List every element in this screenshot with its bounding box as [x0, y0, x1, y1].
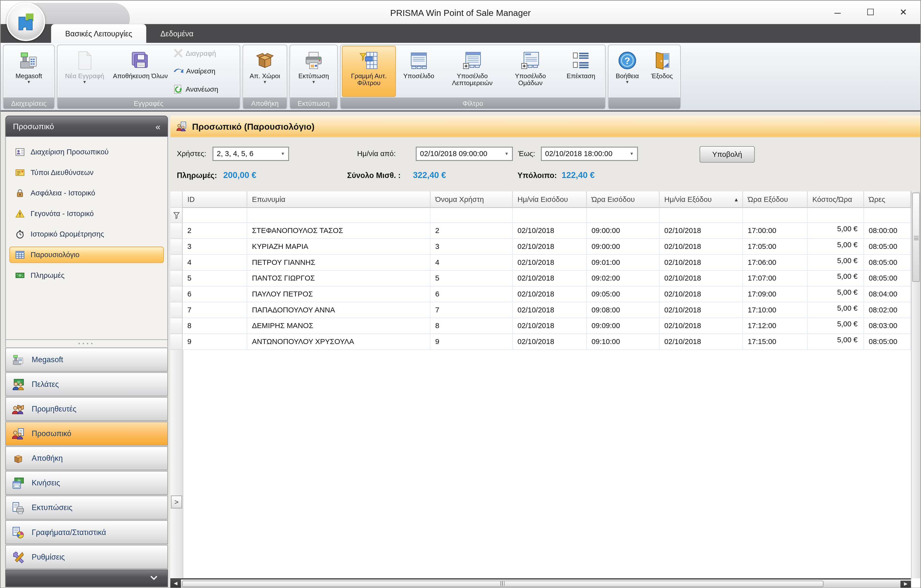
cell-name[interactable]: ΠΑΝΤΟΣ ΓΙΩΡΓΟΣ [247, 271, 431, 286]
filter-cell[interactable] [247, 208, 431, 223]
cell-name[interactable]: ΔΕΜΙΡΗΣ ΜΑΝΟΣ [247, 318, 431, 334]
save-all-button[interactable]: Αποθήκευση Όλων [110, 46, 170, 97]
footer-button[interactable]: Υποσέλιδο [396, 46, 442, 97]
cell-id[interactable]: 2 [182, 223, 247, 239]
delete-button[interactable]: Διαγραφή [174, 49, 235, 57]
row-selector-cell[interactable] [170, 223, 183, 239]
refresh-button[interactable]: Ανανέωση [174, 84, 235, 94]
cell-cost-per-hour[interactable]: 5,00 € [808, 302, 864, 318]
sidebar-button-suppliers[interactable]: Προμηθευτές [5, 397, 168, 421]
cell-exit-date[interactable]: 02/10/2018 [659, 286, 743, 302]
cell-entry-date[interactable]: 02/10/2018 [513, 286, 587, 302]
table-row[interactable]: 9 ΑΝΤΩΝΟΠΟΥΛΟΥ ΧΡΥΣΟΥΛΑ 9 02/10/2018 09:… [170, 334, 911, 350]
vertical-scrollbar[interactable] [911, 192, 921, 578]
column-header-cost-per-hour[interactable]: Κόστος/Ώρα [808, 192, 864, 208]
table-row[interactable]: 3 ΚΥΡΙΑΖΗ ΜΑΡΙΑ 3 02/10/2018 09:00:00 02… [170, 239, 911, 255]
cell-exit-time[interactable]: 17:10:00 [743, 302, 807, 318]
expand-button[interactable]: Επέκταση [558, 46, 604, 97]
cell-entry-date[interactable]: 02/10/2018 [513, 318, 587, 334]
cell-cost-per-hour[interactable]: 5,00 € [808, 271, 864, 286]
cell-entry-date[interactable]: 02/10/2018 [513, 302, 587, 318]
column-header-exit-time[interactable]: Ώρα Εξόδου [743, 192, 807, 208]
date-to-select[interactable]: 02/10/2018 18:00:00▼ [541, 147, 638, 161]
cell-name[interactable]: ΣΤΕΦΑΝΟΠΟΥΛΟΣ ΤΑΣΟΣ [247, 223, 431, 239]
filter-cell[interactable] [808, 208, 864, 223]
submit-button[interactable]: Υποβολή [700, 146, 755, 162]
cell-exit-date[interactable]: 02/10/2018 [659, 271, 743, 286]
column-header-exit-date[interactable]: Ημ/νία Εξόδου ▲ [659, 192, 743, 208]
sidebar-item-payments[interactable]: Πληρωμές [10, 267, 164, 284]
cell-entry-time[interactable]: 09:01:00 [587, 255, 659, 271]
filter-cell[interactable] [431, 208, 513, 223]
cell-exit-time[interactable]: 17:05:00 [743, 239, 807, 255]
cell-hours[interactable]: 08:05:00 [864, 239, 911, 255]
auto-filter-row-button[interactable]: Γραμμή Αυτ. Φίλτρου [342, 46, 396, 97]
row-selector-cell[interactable] [170, 302, 183, 318]
cell-entry-date[interactable]: 02/10/2018 [513, 271, 587, 286]
cell-entry-date[interactable]: 02/10/2018 [513, 223, 587, 239]
cell-username[interactable]: 2 [431, 223, 513, 239]
cell-cost-per-hour[interactable]: 5,00 € [808, 239, 864, 255]
table-row[interactable]: 7 ΠΑΠΑΔΟΠΟΥΛΟΥ ΑΝΝΑ 7 02/10/2018 09:08:0… [170, 302, 911, 318]
filter-cell[interactable] [587, 208, 659, 223]
expand-panel-button[interactable]: > [171, 495, 182, 508]
cell-exit-date[interactable]: 02/10/2018 [659, 302, 743, 318]
cell-entry-time[interactable]: 09:10:00 [587, 334, 659, 350]
scroll-left-icon[interactable]: ◀ [170, 579, 181, 588]
cell-id[interactable]: 7 [182, 302, 247, 318]
cell-exit-date[interactable]: 02/10/2018 [659, 255, 743, 271]
filter-cell[interactable] [182, 208, 247, 223]
minimize-button[interactable]: ─ [829, 4, 846, 21]
detail-footer-button[interactable]: Υποσέλιδο Λεπτομερειών [442, 46, 503, 97]
cell-id[interactable]: 5 [182, 271, 247, 286]
cell-exit-time[interactable]: 17:12:00 [743, 318, 807, 334]
cell-name[interactable]: ΠΕΤΡΟΥ ΓΙΑΝΝΗΣ [247, 255, 431, 271]
cell-hours[interactable]: 08:04:00 [864, 286, 911, 302]
column-header-id[interactable]: ID [182, 192, 247, 208]
cell-id[interactable]: 6 [182, 286, 247, 302]
cell-id[interactable]: 3 [182, 239, 247, 255]
cell-exit-time[interactable]: 17:07:00 [743, 271, 807, 286]
sidebar-item-staff-management[interactable]: Διαχείριση Προσωπικού [10, 144, 164, 160]
cell-entry-date[interactable]: 02/10/2018 [513, 334, 587, 350]
table-row[interactable]: 4 ΠΕΤΡΟΥ ΓΙΑΝΝΗΣ 4 02/10/2018 09:01:00 0… [170, 255, 911, 271]
cell-name[interactable]: ΑΝΤΩΝΟΠΟΥΛΟΥ ΧΡΥΣΟΥΛΑ [247, 334, 431, 350]
filter-cell[interactable] [659, 208, 743, 223]
table-row[interactable]: 5 ΠΑΝΤΟΣ ΓΙΩΡΓΟΣ 5 02/10/2018 09:02:00 0… [170, 271, 911, 286]
cell-entry-time[interactable]: 09:00:00 [587, 223, 659, 239]
cell-username[interactable]: 4 [431, 255, 513, 271]
storage-areas-button[interactable]: Απ. Χώροι ▼ [244, 46, 285, 97]
cell-entry-time[interactable]: 09:02:00 [587, 271, 659, 286]
filter-cell[interactable] [864, 208, 911, 223]
cell-entry-time[interactable]: 09:08:00 [587, 302, 659, 318]
cell-username[interactable]: 3 [431, 239, 513, 255]
cell-hours[interactable]: 08:05:00 [864, 334, 911, 350]
cell-exit-time[interactable]: 17:09:00 [743, 286, 807, 302]
row-selector-cell[interactable] [170, 255, 183, 271]
row-selector-cell[interactable] [170, 239, 183, 255]
filter-cell[interactable] [743, 208, 807, 223]
cell-entry-time[interactable]: 09:00:00 [587, 239, 659, 255]
cell-entry-time[interactable]: 09:05:00 [587, 286, 659, 302]
cell-username[interactable]: 7 [431, 302, 513, 318]
cell-exit-date[interactable]: 02/10/2018 [659, 334, 743, 350]
megasoft-button[interactable]: Megasoft ▼ [5, 46, 53, 97]
close-button[interactable]: ✕ [895, 4, 912, 21]
date-from-select[interactable]: 02/10/2018 09:00:00▼ [416, 147, 513, 161]
sidebar-button-charts-statistics[interactable]: Γραφήματα/Στατιστικά [5, 520, 168, 544]
table-row[interactable]: 2 ΣΤΕΦΑΝΟΠΟΥΛΟΣ ΤΑΣΟΣ 2 02/10/2018 09:00… [170, 223, 911, 239]
sidebar-button-printouts[interactable]: Εκτυπώσεις [5, 495, 168, 520]
sidebar-item-attendance[interactable]: Παρουσιολόγιο [10, 247, 164, 263]
row-selector-cell[interactable] [170, 334, 183, 350]
tab-data[interactable]: Δεδομένα [146, 24, 207, 43]
cell-cost-per-hour[interactable]: 5,00 € [808, 318, 864, 334]
cell-cost-per-hour[interactable]: 5,00 € [808, 223, 864, 239]
cell-hours[interactable]: 08:03:00 [864, 318, 911, 334]
cell-entry-date[interactable]: 02/10/2018 [513, 255, 587, 271]
group-footer-button[interactable]: Υποσέλιδο Ομάδων [503, 46, 558, 97]
column-header-entry-date[interactable]: Ημ/νία Εισόδου [513, 192, 587, 208]
cell-cost-per-hour[interactable]: 5,00 € [808, 334, 864, 350]
cell-id[interactable]: 4 [182, 255, 247, 271]
table-row[interactable]: 6 ΠΑΥΛΟΥ ΠΕΤΡΟΣ 6 02/10/2018 09:05:00 02… [170, 286, 911, 302]
cell-name[interactable]: ΠΑΥΛΟΥ ΠΕΤΡΟΣ [247, 286, 431, 302]
